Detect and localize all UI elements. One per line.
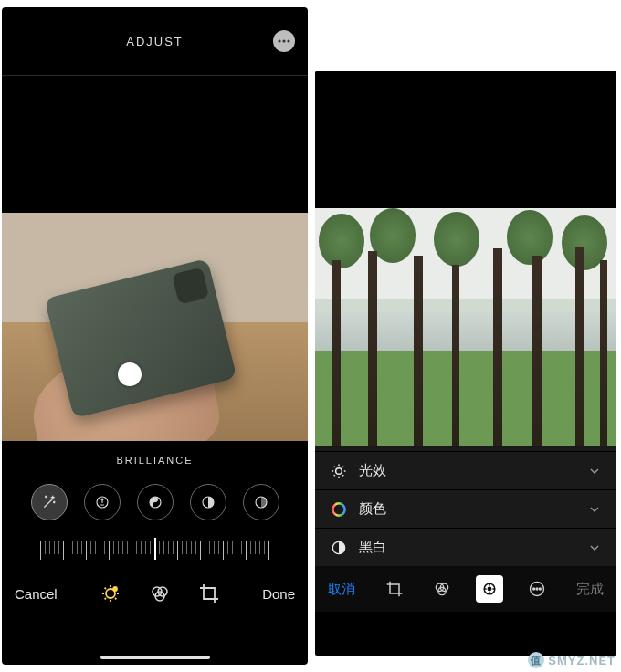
adjust-tool[interactable] [98,581,123,606]
half-circle-icon [200,494,216,510]
cancel-button[interactable]: Cancel [15,586,58,602]
filters-icon [433,580,451,598]
ellipsis-circle-icon [528,580,546,598]
auto-enhance-dial[interactable] [31,484,68,520]
page-title: ADJUST [126,35,184,48]
half-circle-alt-icon [253,494,269,510]
left-header: ADJUST [2,7,308,75]
crop-tool[interactable] [381,575,408,603]
slider-center-mark [154,538,156,560]
adjust-icon [100,583,121,604]
shadows-dial[interactable] [243,484,279,520]
adjust-dial-icon [480,580,499,598]
svg-point-1 [282,39,285,42]
more-tool[interactable] [523,575,551,603]
chevron-down-icon [587,502,602,517]
adjustment-slider[interactable] [2,532,308,569]
adjustment-list: 光效 颜色 黑白 [315,446,616,566]
color-row[interactable]: 颜色 [315,489,616,528]
watermark-icon: 值 [528,652,544,668]
svg-point-4 [101,499,103,500]
bw-icon [330,539,348,557]
home-indicator [100,656,210,659]
row-label: 光效 [359,462,386,479]
photo-preview[interactable] [2,213,308,441]
adjustment-dials [2,472,308,532]
svg-point-21 [488,587,490,590]
crop-tool[interactable] [196,581,222,606]
left-screenshot: ADJUST BRILLIANCE [2,7,308,665]
exposure-icon [94,494,111,510]
svg-point-25 [539,588,541,590]
svg-point-9 [113,587,117,591]
right-top-blank [315,71,616,208]
light-icon [330,462,348,480]
right-bottom-toolbar: 取消 完成 [315,566,616,612]
highlights-dial[interactable] [190,484,226,520]
watermark: 值 SMYZ.NET [528,652,616,668]
chevron-down-icon [587,464,602,478]
filters-tool[interactable] [147,581,173,606]
svg-point-2 [287,39,289,42]
right-screenshot: 光效 颜色 黑白 取消 [315,71,616,656]
adjust-tool[interactable] [476,575,503,603]
row-label: 颜色 [359,500,386,518]
photo-preview-area [2,76,308,441]
brilliance-dial[interactable] [137,484,174,520]
wand-icon [41,494,58,510]
ellipsis-icon [278,39,290,43]
row-label: 黑白 [359,539,386,556]
svg-point-0 [278,39,280,42]
done-button[interactable]: 完成 [576,581,604,598]
chevron-down-icon [587,541,602,555]
left-bottom-toolbar: Cancel Done [2,569,308,618]
yinyang-icon [147,494,163,510]
cancel-button[interactable]: 取消 [328,581,355,598]
bw-row[interactable]: 黑白 [315,528,616,566]
done-button[interactable]: Done [262,586,295,602]
svg-point-23 [533,588,535,590]
crop-icon [198,583,220,604]
color-icon [330,500,348,519]
crop-icon [385,580,404,598]
light-row[interactable]: 光效 [315,451,616,489]
svg-point-13 [336,467,342,474]
svg-point-15 [332,503,344,515]
filters-icon [149,583,171,604]
exposure-dial[interactable] [84,484,121,520]
more-button[interactable] [273,30,295,52]
svg-point-24 [536,588,538,590]
watermark-text: SMYZ.NET [548,654,616,667]
filters-tool[interactable] [428,575,456,603]
photo-preview[interactable] [315,208,616,446]
adjustment-label: BRILLIANCE [2,441,308,472]
